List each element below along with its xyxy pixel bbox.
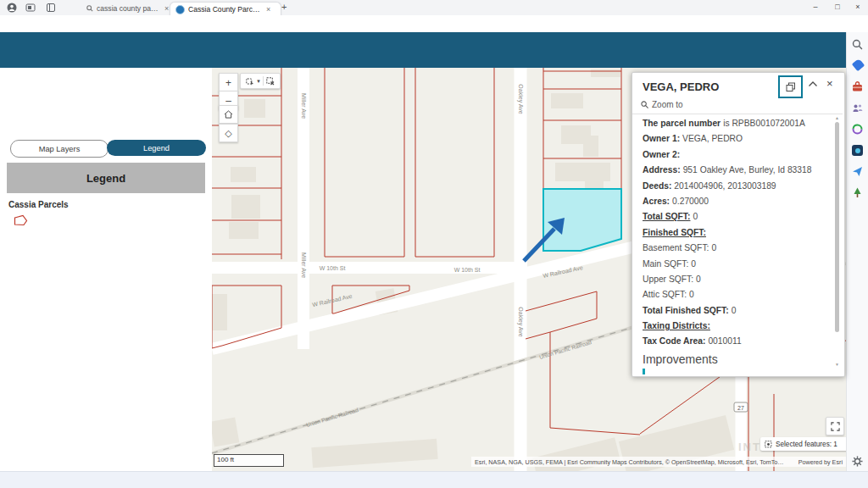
sidebar-search-icon[interactable] xyxy=(852,39,864,51)
sidebar-outlook-icon[interactable] xyxy=(852,145,863,156)
new-tab-button[interactable]: + xyxy=(281,2,287,12)
field-taxing-districts: Taxing Districts: xyxy=(643,321,831,330)
browser-address-bar: ← ↻ https://experience.arcgis.com/experi… xyxy=(0,15,868,33)
arcgis-favicon-icon xyxy=(175,5,185,14)
tab-title: Cassia County Parcel Map xyxy=(188,5,261,14)
field-owner1: Owner 1:VEGA, PEDRO xyxy=(643,134,831,143)
street-label-w10th-2: W 10th St xyxy=(454,267,481,273)
workspaces-icon[interactable] xyxy=(25,3,36,13)
svg-text:27: 27 xyxy=(737,405,744,411)
profile-avatar-icon[interactable] xyxy=(7,3,17,13)
selected-parcel[interactable] xyxy=(543,189,621,251)
field-basement-sqft: Basement SQFT:0 xyxy=(643,243,831,252)
browser-tab-bar: cassia county parcel map - Sear... × Cas… xyxy=(0,0,868,16)
scroll-up-icon[interactable]: ▲ xyxy=(835,115,839,120)
fullscreen-button[interactable] xyxy=(826,417,844,435)
sidebar-designer-icon[interactable] xyxy=(852,124,864,136)
selection-toolbar: ▾ xyxy=(240,73,281,89)
sidebar-toolbox-icon[interactable] xyxy=(852,81,864,93)
search-favicon-icon xyxy=(86,5,93,12)
sidebar-shopping-icon[interactable] xyxy=(852,58,865,71)
field-attic-sqft: Attic SQFT:0 xyxy=(643,290,831,299)
home-icon xyxy=(224,110,233,119)
street-label-oakley-1: Oakley Ave xyxy=(517,84,524,114)
scale-bar: 100 ft xyxy=(214,454,284,467)
field-parcel-number: The parcel numberis RPBB001072001A xyxy=(643,119,831,128)
field-total-finished-sqft: Total Finished SQFT:0 xyxy=(643,306,831,315)
dock-icon xyxy=(786,82,796,92)
field-owner2: Owner 2: xyxy=(643,150,831,159)
street-label-miller-1: Miller Ave xyxy=(301,93,307,119)
zoom-to-label: Zoom to xyxy=(652,100,683,109)
popup-scrollbar[interactable] xyxy=(835,122,839,332)
window-close-button[interactable]: × xyxy=(848,0,868,14)
collapse-button[interactable] xyxy=(808,80,818,87)
scroll-down-icon[interactable]: ▼ xyxy=(835,362,839,367)
clipped-content-mark xyxy=(643,369,645,374)
screen: cassia county parcel map - Sear... × Cas… xyxy=(0,0,868,488)
improvements-heading: Improvements xyxy=(643,352,831,366)
field-total-sqft: Total SQFT:0 xyxy=(643,212,831,221)
browser-tab-map[interactable]: Cassia County Parcel Map × xyxy=(170,2,281,16)
field-tax-code-area: Tax Code Area:0010011 xyxy=(643,336,831,346)
dock-button[interactable] xyxy=(778,75,803,98)
tab-close-icon[interactable]: × xyxy=(266,5,270,14)
layer-name: Cassia Parcels xyxy=(8,200,69,209)
attribution-bar: Esri, NASA, NGA, USGS, FEMA | Esri Commu… xyxy=(471,457,846,467)
browser-tab-search[interactable]: cassia county parcel map - Sear... × xyxy=(81,2,176,15)
window-maximize-button[interactable]: □ xyxy=(827,0,848,14)
selection-count-icon xyxy=(765,441,772,448)
window-minimize-button[interactable]: – xyxy=(805,0,826,14)
windows-taskbar: Search ∧ 11:09 AM 5/25/2024 xyxy=(0,471,868,488)
field-acres: Acres:0.270000 xyxy=(643,197,831,206)
popup-close-button[interactable]: × xyxy=(826,77,833,90)
sidebar-settings-gear-icon[interactable] xyxy=(852,456,864,468)
attribution-text: Esri, NASA, NGA, USGS, FEMA | Esri Commu… xyxy=(475,458,788,466)
home-button[interactable] xyxy=(219,105,238,124)
select-tool-icon[interactable] xyxy=(246,77,254,86)
feature-popup: VEGA, PEDRO × Zoom to The parcel numberi… xyxy=(632,72,845,377)
tab-map-layers[interactable]: Map Layers xyxy=(10,140,108,158)
app-header: Cassia County Parcels Find by address Fi… xyxy=(0,32,868,68)
selected-features-text: Selected features: 1 xyxy=(776,441,837,448)
field-deeds: Deeds:2014004906, 2013003189 xyxy=(643,181,831,191)
legend-header: Legend xyxy=(7,163,205,193)
tab-legend[interactable]: Legend xyxy=(107,140,206,156)
field-upper-sqft: Upper SQFT:0 xyxy=(643,274,831,284)
legend-panel: Map Layers Legend Legend Cassia Parcels xyxy=(0,68,213,471)
zoom-in-button[interactable]: + xyxy=(219,73,238,92)
sidebar-people-icon[interactable] xyxy=(852,103,864,114)
zoom-to-icon xyxy=(641,101,648,108)
popup-divider xyxy=(632,114,843,114)
popup-fields: The parcel numberis RPBB001072001A Owner… xyxy=(643,119,831,366)
fullscreen-icon xyxy=(831,422,840,431)
popup-title: VEGA, PEDRO xyxy=(643,80,719,93)
highway-shield-27: 27 xyxy=(734,402,748,412)
toolbar-divider xyxy=(263,76,264,86)
street-label-oakley-2: Oakley Ave xyxy=(517,307,524,336)
sidebar-send-icon[interactable] xyxy=(852,166,864,178)
select-dropdown-icon[interactable]: ▾ xyxy=(257,78,260,85)
field-address: Address:951 Oakley Ave, Burley, Id 83318 xyxy=(643,165,831,175)
field-main-sqft: Main SQFT:0 xyxy=(643,259,831,269)
locate-button[interactable]: ◇ xyxy=(219,124,238,142)
zoom-to-link[interactable]: Zoom to xyxy=(641,100,683,109)
clear-selection-icon[interactable] xyxy=(266,77,275,86)
street-label-miller-2: Miller Ave xyxy=(301,252,307,278)
chevron-up-icon xyxy=(808,80,818,87)
powered-by-esri: Powered by Esri xyxy=(798,458,843,466)
sidebar-tree-icon[interactable] xyxy=(852,187,864,199)
tab-actions-icon[interactable] xyxy=(46,3,56,13)
parcel-symbol-icon xyxy=(14,214,28,226)
tab-close-icon[interactable]: × xyxy=(164,4,169,13)
edge-sidebar: + xyxy=(846,32,868,471)
field-finished-sqft: Finished SQFT: xyxy=(643,228,831,237)
street-label-w10th-1: W 10th St xyxy=(320,265,346,271)
selected-features-badge[interactable]: Selected features: 1 xyxy=(760,437,859,451)
tab-title: cassia county parcel map - Sear... xyxy=(97,4,159,13)
